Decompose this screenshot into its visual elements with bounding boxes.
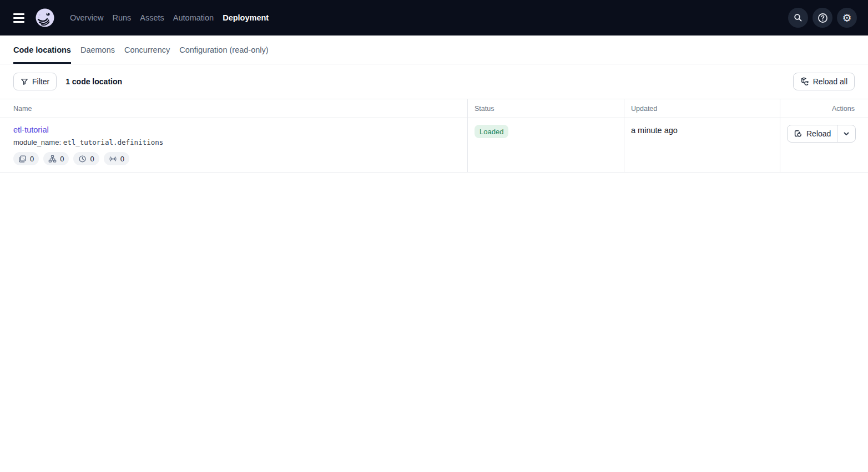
column-actions: Actions: [780, 99, 868, 118]
tab-code-locations[interactable]: Code locations: [13, 35, 71, 64]
deployment-tabbar: Code locations Daemons Concurrency Confi…: [0, 35, 868, 64]
schedules-count: 0: [90, 155, 94, 163]
module-line: module_name: etl_tutorial.definitions: [13, 138, 461, 146]
status-badge: Loaded: [475, 125, 508, 138]
name-cell: etl-tutorial module_name: etl_tutorial.d…: [0, 118, 467, 172]
nav-assets[interactable]: Assets: [140, 10, 164, 26]
nav-overview[interactable]: Overview: [70, 10, 103, 26]
reload-all-button[interactable]: Reload all: [793, 73, 855, 90]
sensors-icon: [109, 155, 117, 163]
reload-all-icon: [800, 77, 809, 86]
reload-dropdown-button[interactable]: [837, 125, 855, 142]
updated-cell: a minute ago: [624, 118, 780, 172]
jobs-count: 0: [60, 155, 64, 163]
table-row: etl-tutorial module_name: etl_tutorial.d…: [0, 118, 868, 172]
status-cell: Loaded: [467, 118, 624, 172]
sensors-count: 0: [120, 155, 124, 163]
actions-cell: Reload: [780, 118, 868, 172]
reload-all-label: Reload all: [813, 77, 847, 86]
settings-button[interactable]: ⚙: [837, 8, 857, 28]
nav-deployment[interactable]: Deployment: [223, 10, 269, 26]
count-badges: 0 0 0: [13, 152, 461, 165]
top-navigation: Overview Runs Assets Automation Deployme…: [0, 0, 868, 35]
assets-count: 0: [30, 155, 34, 163]
column-name: Name: [0, 99, 467, 118]
topnav-actions: ⚙: [788, 8, 857, 28]
chevron-down-icon: [843, 130, 850, 137]
column-status: Status: [467, 99, 624, 118]
reload-label: Reload: [806, 129, 831, 138]
code-locations-toolbar: Filter 1 code location Reload all: [0, 64, 868, 99]
search-icon: [793, 13, 803, 23]
help-icon: [817, 13, 828, 23]
code-location-link[interactable]: etl-tutorial: [13, 125, 49, 134]
column-updated: Updated: [624, 99, 780, 118]
tab-configuration[interactable]: Configuration (read-only): [179, 35, 268, 64]
tab-daemons[interactable]: Daemons: [80, 35, 115, 64]
jobs-count-badge: 0: [43, 152, 69, 165]
module-value: etl_tutorial.definitions: [63, 138, 164, 146]
assets-count-badge: 0: [13, 152, 39, 165]
code-locations-table: Name Status Updated Actions etl-tutorial…: [0, 99, 868, 172]
filter-label: Filter: [32, 77, 49, 86]
menu-button[interactable]: [9, 8, 29, 28]
help-button[interactable]: [813, 8, 832, 28]
reload-icon: [794, 129, 803, 138]
schedules-count-badge: 0: [73, 152, 99, 165]
assets-icon: [18, 155, 27, 163]
schedules-icon: [78, 155, 87, 163]
module-label: module_name:: [13, 138, 61, 146]
filter-icon: [21, 78, 28, 85]
updated-text: a minute ago: [631, 125, 773, 135]
filter-button[interactable]: Filter: [13, 73, 57, 90]
jobs-icon: [48, 155, 57, 163]
sensors-count-badge: 0: [104, 152, 129, 165]
table-header: Name Status Updated Actions: [0, 99, 868, 118]
reload-split-button: Reload: [787, 125, 856, 143]
reload-button[interactable]: Reload: [788, 125, 837, 142]
nav-runs[interactable]: Runs: [112, 10, 131, 26]
code-location-count: 1 code location: [65, 77, 122, 86]
primary-nav: Overview Runs Assets Automation Deployme…: [70, 10, 269, 26]
search-button[interactable]: [788, 8, 808, 28]
tab-concurrency[interactable]: Concurrency: [124, 35, 170, 64]
dagster-logo[interactable]: [34, 7, 55, 28]
gear-icon: ⚙: [842, 13, 851, 23]
nav-automation[interactable]: Automation: [173, 10, 214, 26]
